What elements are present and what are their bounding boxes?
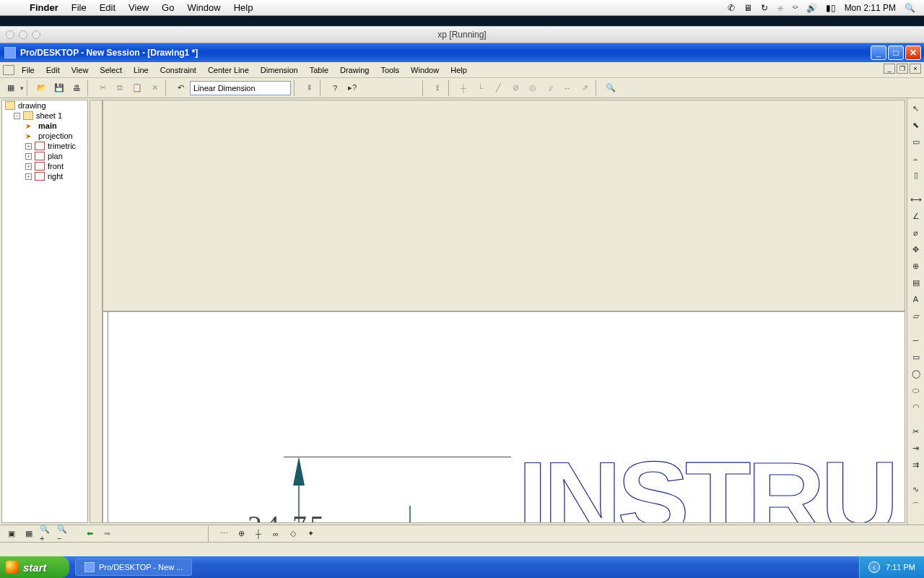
menu-window[interactable]: Window xyxy=(405,64,445,76)
menu-file[interactable]: File xyxy=(16,64,40,76)
display-icon[interactable]: 🖥 xyxy=(744,3,752,13)
mdi-icon[interactable] xyxy=(3,65,14,75)
tool-e[interactable]: ◎ xyxy=(525,80,541,96)
tree-front[interactable]: front xyxy=(48,162,64,171)
system-tray[interactable]: ‹ 7:11 PM xyxy=(859,556,924,578)
mac-menu-help[interactable]: Help xyxy=(227,2,260,13)
menu-edit[interactable]: Edit xyxy=(40,64,66,76)
tool-f[interactable]: ⫽ xyxy=(542,80,558,96)
dim-angular-tool[interactable]: ∠ xyxy=(909,209,923,223)
vm-minimize-button[interactable] xyxy=(19,30,27,39)
snap-e[interactable]: ◇ xyxy=(286,527,300,541)
next-view-button[interactable]: ➡ xyxy=(100,527,114,541)
snap-a[interactable]: ⋯ xyxy=(217,527,231,541)
open-button[interactable]: 📂 xyxy=(34,80,50,96)
snap-b[interactable]: ⊕ xyxy=(234,527,248,541)
prev-view-button[interactable]: ⬅ xyxy=(82,527,97,541)
delete-button[interactable]: ✕ xyxy=(147,80,162,96)
tree-projection[interactable]: projection xyxy=(38,131,73,140)
select-tool[interactable]: ↖ xyxy=(909,101,923,116)
line-tool[interactable]: ▭ xyxy=(909,134,923,149)
facetime-icon[interactable]: ✆ xyxy=(728,3,735,13)
taskbar-task-prodesktop[interactable]: Pro/DESKTOP - New ... xyxy=(75,558,192,576)
vm-titlebar[interactable]: xp [Running] xyxy=(0,26,924,43)
snap-d[interactable]: ∞ xyxy=(269,527,283,541)
doc-close-button[interactable]: × xyxy=(910,64,921,74)
expand-toggle[interactable]: + xyxy=(25,153,32,160)
shape-rect[interactable]: ▭ xyxy=(909,350,923,364)
mac-menu-view[interactable]: View xyxy=(122,2,155,13)
menu-select[interactable]: Select xyxy=(94,64,128,76)
menu-centerline[interactable]: Center Line xyxy=(202,64,255,76)
centerline-tool[interactable]: ⊕ xyxy=(909,259,923,273)
menu-tools[interactable]: Tools xyxy=(375,64,405,76)
tree-plan[interactable]: plan xyxy=(48,152,63,160)
menu-drawing[interactable]: Drawing xyxy=(334,64,375,76)
tree-main[interactable]: main xyxy=(38,121,57,130)
whatsthis-button[interactable]: ▸? xyxy=(344,80,360,96)
tree-trimetric[interactable]: trimetric xyxy=(48,142,76,150)
vm-close-button[interactable] xyxy=(6,30,14,39)
hatch-tool[interactable]: ▤ xyxy=(909,275,923,290)
drawing-text[interactable]: INSTRU xyxy=(518,439,894,523)
mac-clock[interactable]: Mon 2:11 PM xyxy=(845,3,896,13)
tool-a[interactable]: ┼ xyxy=(456,80,471,96)
shape-circle[interactable]: ◯ xyxy=(909,366,923,381)
mac-menu-edit[interactable]: Edit xyxy=(93,2,122,13)
tool-b[interactable]: └ xyxy=(473,80,489,96)
volume-icon[interactable]: 🔊 xyxy=(806,3,817,13)
tool-g[interactable]: ↔ xyxy=(559,80,575,96)
zoom-in-button[interactable]: 🔍+ xyxy=(39,527,53,541)
tray-clock[interactable]: 7:11 PM xyxy=(886,563,915,571)
tool-d[interactable]: ⊘ xyxy=(507,80,523,96)
dim-diameter-tool[interactable]: ⌀ xyxy=(909,225,923,240)
copy-button[interactable]: ⧉ xyxy=(112,80,128,96)
mac-menu-go[interactable]: Go xyxy=(155,2,180,13)
shape-ellipse[interactable]: ⬭ xyxy=(909,383,923,397)
expand-toggle[interactable]: + xyxy=(25,173,32,180)
rect-tool[interactable]: ▯ xyxy=(909,168,923,182)
menu-dimension[interactable]: Dimension xyxy=(255,64,304,76)
menu-help[interactable]: Help xyxy=(445,64,473,76)
bluetooth-icon[interactable]: ⚹ xyxy=(777,3,784,13)
app-minimize-button[interactable]: _ xyxy=(871,46,886,60)
undo-button[interactable]: ↶ xyxy=(173,80,188,96)
mac-menu-window[interactable]: Window xyxy=(180,2,227,13)
app-maximize-button[interactable]: □ xyxy=(888,46,904,60)
spotlight-icon[interactable]: 🔍 xyxy=(905,3,915,13)
tool-h[interactable]: ⇗ xyxy=(577,80,593,96)
tree-root[interactable]: drawing xyxy=(18,101,46,110)
zoom-extents-button[interactable]: ▦ xyxy=(22,527,36,541)
doc-minimize-button[interactable]: _ xyxy=(884,64,895,74)
cut-button[interactable]: ✂ xyxy=(95,80,110,96)
app-close-button[interactable]: ✕ xyxy=(905,46,921,60)
fillet-tool[interactable]: ⌒ xyxy=(909,499,923,513)
tray-expand-icon[interactable]: ‹ xyxy=(868,561,880,573)
extend-tool[interactable]: ⇥ xyxy=(909,441,923,455)
vm-zoom-button[interactable] xyxy=(32,30,40,39)
print-button[interactable]: 🖶 xyxy=(69,80,84,96)
shape-line[interactable]: ─ xyxy=(909,333,923,348)
offset-tool[interactable]: ⇉ xyxy=(909,457,923,472)
update-button[interactable]: ⬍ xyxy=(301,80,317,96)
battery-icon[interactable]: ▮▯ xyxy=(826,3,836,13)
zoom-out-button[interactable]: 🔍− xyxy=(56,527,71,541)
app-titlebar[interactable]: Pro/DESKTOP - New Session - [Drawing1 *]… xyxy=(0,43,924,62)
zoom-window-button[interactable]: ▣ xyxy=(4,527,19,541)
wifi-icon[interactable]: ⌔ xyxy=(793,3,798,13)
polyline-tool[interactable]: ⫠ xyxy=(909,151,923,165)
callout-tool[interactable]: ▱ xyxy=(909,309,923,323)
menu-constraint[interactable]: Constraint xyxy=(154,64,202,76)
doc-restore-button[interactable]: ❐ xyxy=(897,64,908,74)
expand-toggle[interactable]: + xyxy=(25,143,32,150)
timemachine-icon[interactable]: ↻ xyxy=(761,3,768,13)
dimension-value-1[interactable]: 24.75 xyxy=(248,509,327,523)
save-button[interactable]: 💾 xyxy=(51,80,67,96)
pointer-tool[interactable]: ⬉ xyxy=(909,118,923,132)
menu-view[interactable]: View xyxy=(66,64,95,76)
mac-menu-file[interactable]: File xyxy=(65,2,93,13)
snap-f[interactable]: ✦ xyxy=(303,527,318,541)
start-button[interactable]: start xyxy=(0,556,69,578)
dim-linear-tool[interactable]: ⟷ xyxy=(909,192,923,207)
measure-button[interactable]: ⟟ xyxy=(430,80,445,96)
